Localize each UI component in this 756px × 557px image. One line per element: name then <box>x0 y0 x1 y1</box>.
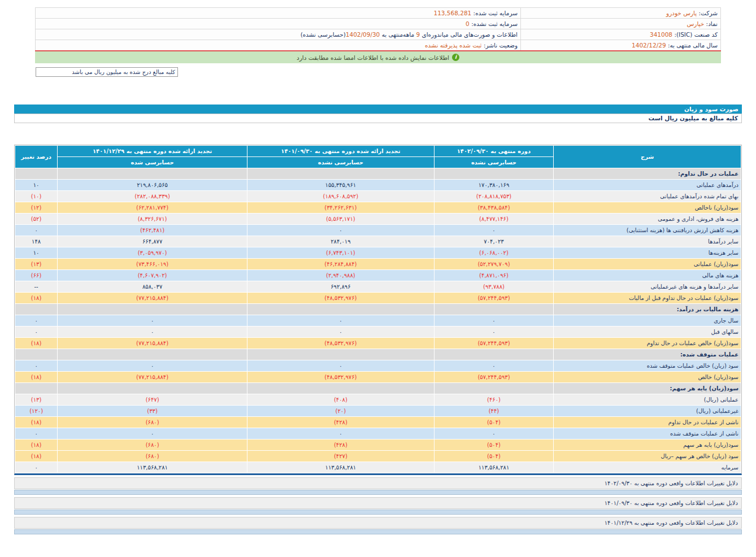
company-label: شرکت: <box>699 10 718 16</box>
footnote-header: دلایل تغییرات اطلاعات واقعی دوره منتهی ب… <box>14 477 742 489</box>
change-percent-cell: (۱۸) <box>15 417 58 428</box>
section-row: هزینه مالیات بر درآمد: <box>15 304 741 315</box>
value-cell <box>434 168 553 180</box>
symbol-value: خپارس <box>687 20 705 27</box>
value-cell: ۰ <box>247 315 434 327</box>
value-cell: (۵۷,۲۴۴,۵۹۳) <box>434 372 553 383</box>
value-cell: (۴۰۸) <box>247 394 434 406</box>
value-cell: ۱۱۳,۵۶۸,۲۸۱ <box>434 462 553 473</box>
value-cell: ۸۵۸,۰۳۷ <box>58 281 247 293</box>
row-label: عملیات متوقف شده: <box>554 349 741 360</box>
data-row: سرمایه۱۱۳,۵۶۸,۲۸۱۱۱۳,۵۶۸,۲۸۱۱۱۳,۵۶۸,۲۸۱۰ <box>15 462 741 473</box>
row-label: بهای تمام شده درآمدهای عملیاتی <box>554 191 741 202</box>
row-label: سرمایه <box>554 462 741 473</box>
change-percent-cell: (۱۸) <box>15 293 58 304</box>
value-cell: (۶,۰۶۸,۰۰۲) <box>434 247 553 259</box>
data-row: غیرعملیاتی (ریال)(۴۴)(۲۰)(۳۳)(۱۲۰) <box>15 406 741 417</box>
data-row: هزینه های مالی(۴,۸۷۱,۰۹۶)(۲,۹۴۰,۹۸۸)(۴,۶… <box>15 270 741 281</box>
data-row: درآمدهای عملیاتی۱۷۰,۳۸۰,۱۶۹۱۵۵,۳۴۵,۹۶۱۲۱… <box>15 180 741 191</box>
income-statement-table: شرح دوره منتهی به ۱۴۰۲/۰۹/۳۰ تجدید ارائه… <box>14 145 742 475</box>
change-percent-cell: ۱۰ <box>15 180 58 191</box>
value-cell: ۰ <box>247 327 434 338</box>
info-row: شرکت: پارس خودرو سرمایه ثبت شده: 113,568… <box>36 8 721 19</box>
footnote-content-strip <box>14 529 742 534</box>
data-row: سود (زیان) خالص هر سهم –ریال(۵۰۴)(۴۲۷)(۶… <box>15 451 741 462</box>
row-label: هزینه های فروش، اداری و عمومی <box>554 214 741 225</box>
value-cell: (۶۲,۲۸۱,۷۷۴) <box>58 202 247 214</box>
info-row: نماد: خپارس سرمایه ثبت نشده: 0 <box>36 19 721 29</box>
row-label: سایر درآمدها و هزینه های غیرعملیاتی <box>554 281 741 293</box>
value-cell <box>247 304 434 315</box>
value-cell <box>247 168 434 180</box>
change-percent-cell <box>15 349 58 360</box>
change-percent-cell: (۱۸) <box>15 372 58 383</box>
fiscal-year-value: 1402/12/29 <box>632 42 666 49</box>
value-cell: (۶۸۰) <box>58 439 247 451</box>
change-percent-cell: (۱۰) <box>15 191 58 202</box>
value-cell <box>434 383 553 394</box>
data-row: سود(زیان) خالص عملیات در حال تداوم(۵۷,۲۴… <box>15 338 741 349</box>
row-label: سال جاری <box>554 315 741 327</box>
value-cell <box>247 349 434 360</box>
change-percent-cell: (۱۲۰) <box>15 406 58 417</box>
info-icon: i <box>452 54 459 61</box>
section-row: سود(زیان) پایه هر سهم: <box>15 383 741 394</box>
change-percent-cell <box>15 383 58 394</box>
value-cell: (۴۶,۲۸۴,۸۸۴) <box>247 259 434 270</box>
report-period-label-3: (حسابرسی نشده) <box>301 31 346 38</box>
row-label: سود(زیان) عملیات در حال تداوم قبل از مال… <box>554 293 741 304</box>
value-cell: (۲۸۲,۰۸۸,۳۳۹) <box>58 191 247 202</box>
row-label: سود(زیان) عملیاتی <box>554 259 741 270</box>
report-period-label-1: اطلاعات و صورت‌های مالی میاندوره‌ای <box>422 31 518 38</box>
value-cell: (۱۸۹,۶۰۸,۵۹۲) <box>247 191 434 202</box>
change-percent-cell: (۱۳) <box>15 259 58 270</box>
change-percent-cell: ۰ <box>15 315 58 327</box>
value-cell: ۲۸۴,۰۱۹ <box>247 236 434 247</box>
unregistered-capital-cell: سرمایه ثبت نشده: 0 <box>36 19 521 29</box>
audit-status-restated-q: حسابرسی نشده <box>247 157 434 168</box>
value-cell: (۲۰) <box>247 406 434 417</box>
signature-match-text: اطلاعات نمایش داده شده با اطلاعات امضا ش… <box>297 54 449 61</box>
isic-cell: کد صنعت (ISIC): 341008 <box>521 29 721 40</box>
value-cell: (۷۷,۲۱۵,۸۸۴) <box>58 338 247 349</box>
fiscal-year-cell: سال مالی منتهی به: 1402/12/29 <box>521 40 721 51</box>
row-label: غیرعملیاتی (ریال) <box>554 406 741 417</box>
value-cell: ۰ <box>434 315 553 327</box>
value-cell <box>434 349 553 360</box>
value-cell: (۵۷,۲۴۴,۵۹۳) <box>434 338 553 349</box>
value-cell: ۱۱۳,۵۶۸,۲۸۱ <box>58 462 247 473</box>
value-cell <box>58 168 247 180</box>
value-cell: ۰ <box>434 225 553 236</box>
company-value: پارس خودرو <box>666 10 697 16</box>
data-row: هزینه های فروش، اداری و عمومی(۸,۴۷۷,۱۴۶)… <box>15 214 741 225</box>
value-cell: ۰ <box>247 225 434 236</box>
row-label: سایر هزینه‌ها <box>554 247 741 259</box>
fiscal-year-label: سال مالی منتهی به: <box>668 42 718 49</box>
value-cell: (۳,۰۵۹,۹۷۰) <box>58 247 247 259</box>
value-cell: (۴۶۲,۴۸۱) <box>58 225 247 236</box>
value-cell: (۹۳,۷۸۸) <box>434 281 553 293</box>
data-row: ناشی از عملیات در حال تداوم(۵۰۴)(۴۲۸)(۶۸… <box>15 417 741 428</box>
registered-capital-cell: سرمایه ثبت شده: 113,568,281 <box>36 8 521 19</box>
data-row: سود(زیان) ناخالص(۳۸,۴۳۸,۵۸۴)(۳۴,۲۶۲,۶۳۱)… <box>15 202 741 214</box>
change-percent-cell: ۰ <box>15 428 58 439</box>
value-cell: ۶۹۲,۸۹۶ <box>247 281 434 293</box>
row-label: سایر درآمدها <box>554 236 741 247</box>
value-cell: (۶۴۷) <box>58 394 247 406</box>
value-cell: (۵,۵۶۳,۱۷۱) <box>247 214 434 225</box>
row-label: سود(زیان) خالص عملیات در حال تداوم <box>554 338 741 349</box>
row-label: عملیاتی (ریال) <box>554 394 741 406</box>
company-info-table: شرکت: پارس خودرو سرمایه ثبت شده: 113,568… <box>35 7 721 51</box>
value-cell: ۰ <box>434 327 553 338</box>
unit-note-button[interactable]: کلیه مبالغ درج شده به میلیون ریال می باش… <box>36 67 178 77</box>
value-cell: ۲۱۹,۸۰۶,۵۶۵ <box>58 180 247 191</box>
company-cell: شرکت: پارس خودرو <box>521 8 721 19</box>
value-cell: (۴۴) <box>434 406 553 417</box>
value-cell: (۳۸,۴۳۸,۵۸۴) <box>434 202 553 214</box>
unregistered-capital-label: سرمایه ثبت نشده: <box>471 20 518 27</box>
value-cell: (۷۷,۲۱۵,۸۸۴) <box>58 372 247 383</box>
value-cell: (۶۸۰) <box>58 417 247 428</box>
value-cell: (۶۸۰) <box>58 451 247 462</box>
value-cell: ۶۶۴,۸۷۷ <box>58 236 247 247</box>
data-row: سایر درآمدها۷۰۴,۰۲۳۲۸۴,۰۱۹۶۶۴,۸۷۷۱۴۸ <box>15 236 741 247</box>
